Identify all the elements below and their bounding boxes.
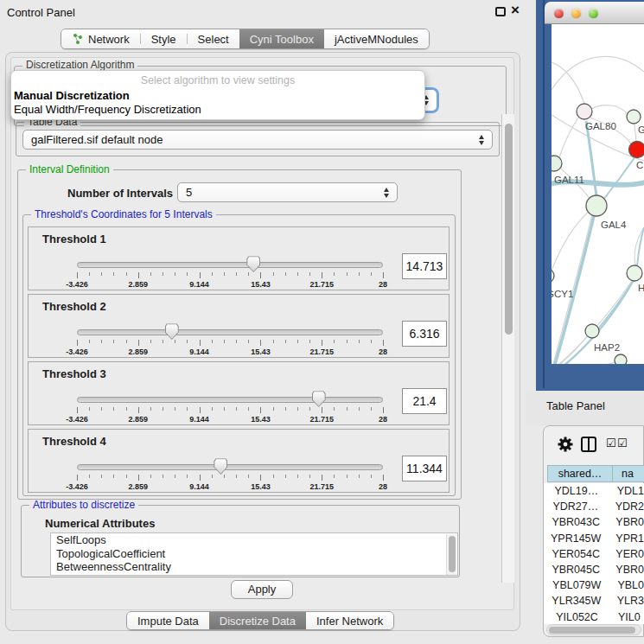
close-icon[interactable]: × xyxy=(511,2,520,19)
node-gcy1[interactable] xyxy=(552,269,554,283)
node-gal4[interactable] xyxy=(586,195,607,216)
node-h[interactable] xyxy=(627,265,642,281)
node-label-hap2: HAP2 xyxy=(594,342,620,353)
numerical-attributes-list[interactable]: SelfLoopsTopologicalCoefficientBetweenne… xyxy=(50,532,458,576)
threshold-2-slider[interactable] xyxy=(77,329,383,335)
tab-cyni-toolbox[interactable]: Cyni Toolbox xyxy=(239,29,324,48)
list-item[interactable]: SelfLoops xyxy=(51,533,457,547)
node-label-c: C xyxy=(636,160,643,170)
list-item[interactable]: TopologicalCoefficient xyxy=(51,547,457,561)
close-traffic-light[interactable] xyxy=(554,9,564,18)
node-ga[interactable] xyxy=(627,110,641,124)
threshold-1-panel: Threshold 1 -3.4262.8599.14415.4321.7152… xyxy=(28,226,450,290)
combo-arrows-icon xyxy=(479,135,485,145)
table-row[interactable]: YBR045CYBR0 xyxy=(544,562,644,577)
network-canvas[interactable]: GAL80 GA C GAL11 GAL4 GCY1 H HAP2 xyxy=(552,24,644,364)
interval-definition-label: Interval Definition xyxy=(26,164,113,175)
dropdown-option-equal-width[interactable]: Equal Width/Frequency Discretization xyxy=(14,103,201,116)
threshold-1-label: Threshold 1 xyxy=(42,233,106,245)
slider-scale: -3.4262.8599.14415.4321.71528 xyxy=(77,475,383,494)
threshold-3-panel: Threshold 3 -3.4262.8599.14415.4321.7152… xyxy=(28,361,450,425)
threshold-3-slider-thumb[interactable] xyxy=(312,391,326,407)
apply-button[interactable]: Apply xyxy=(231,580,293,599)
thresholds-group-label: Threshold's Coordinates for 5 Intervals xyxy=(31,209,216,220)
threshold-3-label: Threshold 3 xyxy=(42,367,106,380)
slider-scale: -3.4262.8599.14415.4321.71528 xyxy=(77,272,383,291)
table-row[interactable]: YDL19…YDL1 xyxy=(544,483,644,499)
threshold-4-slider-thumb[interactable] xyxy=(214,458,227,475)
attributes-group-label: Attributes to discretize xyxy=(29,500,138,511)
scrollbar-thumb[interactable] xyxy=(549,627,635,634)
node-label-h: H xyxy=(638,283,644,293)
threshold-3-slider[interactable] xyxy=(77,397,383,403)
list-item[interactable]: BetweennessCentrality xyxy=(51,560,457,574)
network-graph: GAL80 GA C GAL11 GAL4 GCY1 H HAP2 xyxy=(552,24,644,364)
table-row[interactable]: YDR27…YDR2 xyxy=(544,499,644,514)
panel-vertical-scrollbar[interactable] xyxy=(501,114,514,583)
maximize-traffic-light[interactable] xyxy=(589,9,598,18)
tab-select[interactable]: Select xyxy=(188,29,239,48)
node-gal11[interactable] xyxy=(552,156,562,171)
minimize-traffic-light[interactable] xyxy=(571,9,581,18)
threshold-2-slider-thumb[interactable] xyxy=(165,323,179,340)
scrollbar-thumb[interactable] xyxy=(505,124,513,335)
table-panel-titlebar: Table Panel xyxy=(526,391,644,425)
combo-arrows-icon xyxy=(384,188,390,198)
dropdown-option-manual[interactable]: Manual Discretization xyxy=(14,89,130,102)
threshold-1-value-field[interactable] xyxy=(402,253,447,279)
threshold-2-label: Threshold 2 xyxy=(42,300,106,313)
window-title: Control Panel xyxy=(7,6,75,19)
node-label-gcy1: GCY1 xyxy=(552,289,573,299)
number-of-intervals-label: Number of Intervals xyxy=(67,187,173,200)
bottom-tab-bar: Impute Data Discretize Data Infer Networ… xyxy=(126,611,394,630)
tab-discretize-data[interactable]: Discretize Data xyxy=(209,612,306,629)
node-label-gal4: GAL4 xyxy=(601,220,627,230)
table-row[interactable]: YPR145WYPR1 xyxy=(544,531,644,546)
network-window-titlebar[interactable] xyxy=(545,2,644,24)
checkbox-icon[interactable]: ☑ xyxy=(617,437,628,450)
threshold-1-slider-thumb[interactable] xyxy=(246,256,260,272)
gear-icon[interactable] xyxy=(557,436,574,453)
threshold-1-slider[interactable] xyxy=(77,262,383,268)
threshold-2-panel: Threshold 2 -3.4262.8599.14415.4321.7152… xyxy=(28,294,450,358)
list-scrollbar[interactable] xyxy=(446,534,456,575)
tab-jactivemnodules[interactable]: jActiveMNodules xyxy=(324,29,429,48)
table-panel-title: Table Panel xyxy=(546,399,605,412)
node-bottom[interactable] xyxy=(615,354,627,364)
tab-impute-data[interactable]: Impute Data xyxy=(127,612,209,629)
node-red-selected[interactable] xyxy=(629,142,644,158)
tab-infer-network[interactable]: Infer Network xyxy=(306,612,393,629)
column-header-name[interactable]: na xyxy=(612,465,644,482)
slider-scale: -3.4262.8599.14415.4321.71528 xyxy=(77,407,383,426)
numerical-attributes-label: Numerical Attributes xyxy=(45,517,155,530)
dropdown-prompt: Select algorithm to view settings xyxy=(11,74,424,86)
table-row[interactable]: YBL079WYBL0 xyxy=(544,577,644,593)
table-row[interactable]: YIL052CYIL0 xyxy=(544,609,644,625)
table-horizontal-scrollbar[interactable] xyxy=(546,624,641,635)
tab-network[interactable]: Network xyxy=(61,29,140,48)
number-of-intervals-combobox[interactable]: 5 xyxy=(177,182,398,202)
threshold-3-value-field[interactable] xyxy=(402,388,447,414)
table-row[interactable]: YLR345WYLR3 xyxy=(544,593,644,609)
threshold-4-slider[interactable] xyxy=(77,464,383,470)
network-window-edge xyxy=(543,0,545,388)
column-header-shared-name[interactable]: shared… xyxy=(547,465,613,482)
algorithm-dropdown: Select algorithm to view settings Manual… xyxy=(10,70,425,120)
table-row[interactable]: YBR043CYBR0 xyxy=(544,514,644,530)
table-body: YDL19…YDL1YDR27…YDR2YBR043CYBR0YPR145WYP… xyxy=(544,483,644,624)
tab-style[interactable]: Style xyxy=(141,29,187,48)
table-data-combobox[interactable]: galFiltered.sif default node xyxy=(22,130,493,150)
slider-scale: -3.4262.8599.14415.4321.71528 xyxy=(77,340,383,359)
table-row[interactable]: YER054CYER0 xyxy=(544,546,644,562)
network-icon xyxy=(72,33,84,45)
threshold-4-value-field[interactable] xyxy=(402,456,447,481)
threshold-2-value-field[interactable] xyxy=(402,321,447,347)
node-label-gal80: GAL80 xyxy=(585,121,616,131)
float-window-icon[interactable] xyxy=(495,7,506,16)
node-hap2[interactable] xyxy=(585,324,599,338)
checkbox-icon[interactable]: ☑ xyxy=(606,437,616,450)
node-label-ga: GA xyxy=(638,124,644,135)
top-tab-bar: Network Style Select Cyni Toolbox jActiv… xyxy=(61,29,430,49)
split-columns-icon[interactable] xyxy=(581,437,596,452)
node-gal80[interactable] xyxy=(577,104,592,119)
